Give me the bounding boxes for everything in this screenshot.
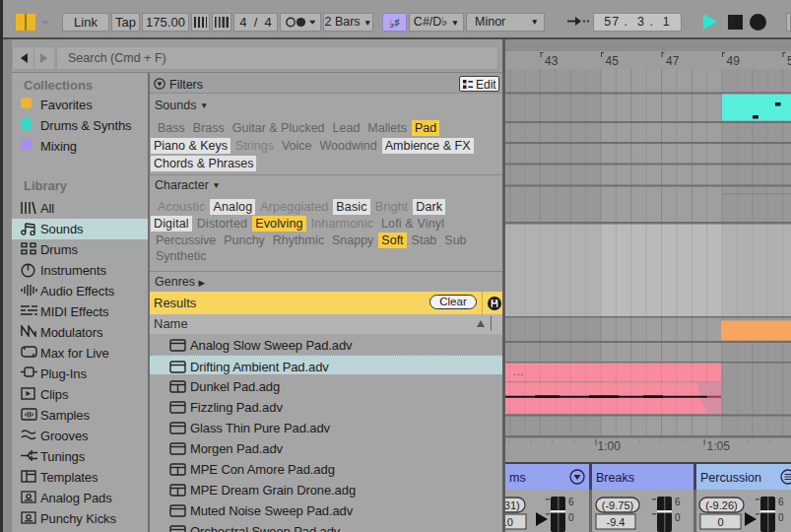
svg-text:1:05: 1:05 [707,439,731,453]
svg-text:1:00: 1:00 [598,439,622,453]
svg-text:-9.4: -9.4 [607,516,626,528]
svg-text:49: 49 [727,54,741,68]
svg-text:ms: ms [509,471,526,485]
svg-text:45: 45 [606,54,620,68]
svg-text:-9.0: -9.0 [505,516,513,528]
svg-text:Breaks: Breaks [596,471,634,485]
svg-text:6: 6 [675,497,681,507]
svg-text:(-9.26): (-9.26) [705,499,737,511]
svg-text:43: 43 [545,54,559,68]
svg-text:6: 6 [778,497,784,507]
svg-text:(-9.31): (-9.31) [505,499,520,511]
svg-text:0: 0 [568,512,574,523]
svg-text:0: 0 [675,512,681,523]
svg-text:51: 51 [787,54,791,68]
svg-text:47: 47 [666,54,680,68]
svg-text:0: 0 [717,516,723,528]
svg-text:Percussion: Percussion [700,471,761,485]
svg-text:(-9.75): (-9.75) [602,499,633,511]
svg-text:...: ... [513,366,524,377]
svg-text:0: 0 [778,512,784,523]
svg-text:6: 6 [568,497,574,507]
